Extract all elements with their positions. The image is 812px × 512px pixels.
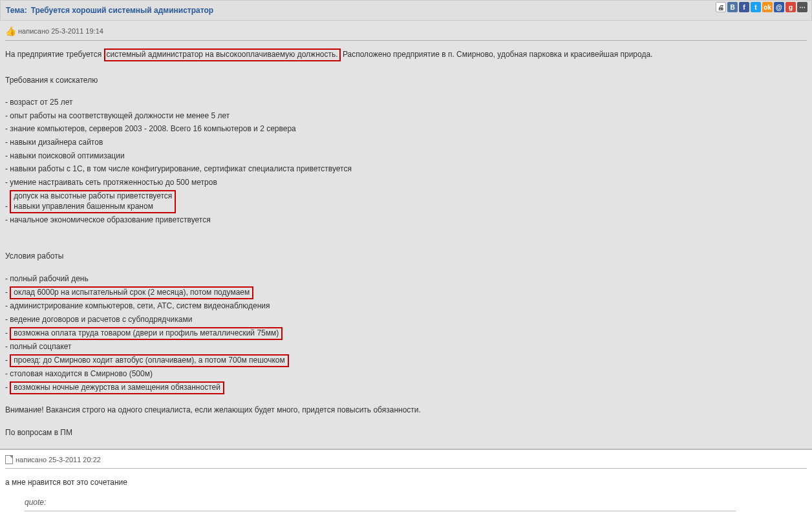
req-item: - навыки работы с 1С, в том числе конфиг… [5,163,807,175]
highlight-night-shifts: возможны ночные дежурства и замещения об… [10,381,224,394]
cond-item: - ведение договоров и расчетов с субподр… [5,314,807,326]
intro-text-pre: На предприятие требуется [5,50,102,59]
cond-item: - полный рабочий день [5,273,807,285]
attention-note: Внимание! Вакансия строго на одного спец… [5,404,807,416]
contact-note: По вопросам в ПМ [5,427,807,439]
post-timestamp: написано 25-3-2011 19:14 [18,27,103,35]
intro-text-post: Расположено предприятие в п. Смирново, у… [343,50,653,59]
highlight-salary: оклад 6000р на испытательный срок (2 мес… [10,286,253,299]
reply-content: а мне нравится вот это сочетание quote: … [5,476,807,512]
twitter-icon[interactable]: t [751,2,761,12]
req-item: - умение настраивать сеть протяженностью… [5,176,807,189]
conditions-header: Условия работы [5,250,807,262]
quote-label: quote: [25,496,807,509]
odnoklassniki-icon[interactable]: ok [762,2,773,12]
facebook-icon[interactable]: f [739,2,749,12]
highlight-payment-goods: возможна оплата труда товаром (двери и п… [10,327,283,340]
highlight-commute: проезд: до Смирново ходит автобус (оплач… [10,354,288,367]
google-plus-icon[interactable]: g [785,2,796,12]
post-reply: написано 25-3-2011 20:22 а мне нравится … [0,450,812,512]
reply-timestamp: написано 25-3-2011 20:22 [16,456,101,464]
cond-item: - администрирование компьютеров, сети, А… [5,300,807,312]
mailru-icon[interactable]: @ [774,2,784,12]
print-icon[interactable]: 🖨 [716,2,726,12]
social-share-group: 🖨 B f t ok @ g ⋯ [716,2,807,12]
vk-icon[interactable]: B [727,2,738,12]
highlight-tower-crane: допуск на высотные работы приветствуется… [10,190,176,213]
topic-title[interactable]: Требуется хороший системный администрато… [31,6,214,15]
req-item: - знание компьютеров, серверов 2003 - 20… [5,123,807,135]
post-original: 👍 написано 25-3-2011 19:14 На предприяти… [0,21,812,449]
req-item: - возраст от 25 лет [5,96,807,109]
req-item: - навыки дизайнера сайтов [5,136,807,149]
req-item: - начальное экономическое образование пр… [5,214,807,226]
req-item: - опыт работы на соответствующей должнос… [5,110,807,122]
topic-label: Тема: [6,6,27,15]
req-item: - навыки поисковой оптимизации [5,150,807,162]
cond-item: - столовая находится в Смирново (500м) [5,368,807,380]
post-content: На предприятие требуется системный админ… [5,48,807,438]
share-more-icon[interactable]: ⋯ [797,2,807,12]
document-icon[interactable] [5,455,13,464]
highlight-salary-position: системный администратор на высокооплачив… [104,48,341,61]
reply-text: а мне нравится вот это сочетание [5,476,807,489]
thumbs-up-icon[interactable]: 👍 [5,26,16,36]
reply-meta: написано 25-3-2011 20:22 [5,454,807,469]
post-meta: 👍 написано 25-3-2011 19:14 [5,25,807,41]
forum-header: Тема: Требуется хороший системный админи… [0,0,812,21]
cond-item: - полный соцпакет [5,341,807,353]
requirements-header: Требования к соискателю [5,74,807,87]
quote-block: quote: Originally posted by Boris.Nikola… [25,496,807,512]
